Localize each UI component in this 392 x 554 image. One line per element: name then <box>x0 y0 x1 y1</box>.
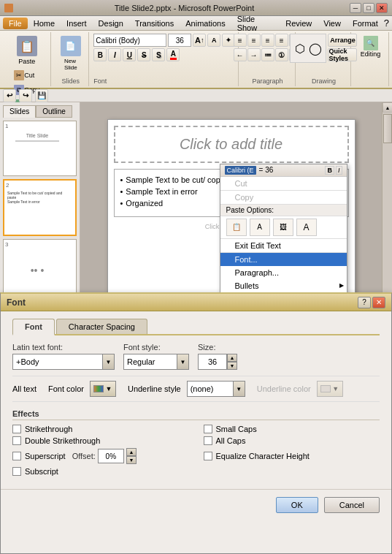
size-down-button[interactable]: ▼ <box>227 362 237 370</box>
latin-font-arrow[interactable]: ▼ <box>102 354 114 369</box>
ctx-numbering[interactable]: Numbering <box>220 292 347 293</box>
ok-button[interactable]: OK <box>276 497 318 513</box>
shadow-button[interactable]: S <box>152 48 165 61</box>
offset-up-button[interactable]: ▲ <box>126 448 137 456</box>
offset-down-button[interactable]: ▼ <box>126 456 137 464</box>
underline-color-button[interactable]: ▼ <box>317 381 343 397</box>
subscript-checkbox[interactable] <box>12 467 21 476</box>
offset-input[interactable] <box>98 449 124 463</box>
paste-button[interactable]: 📋 Paste <box>13 34 41 67</box>
font-style-label: Font style: <box>123 343 189 352</box>
outline-tab[interactable]: Outline <box>36 105 72 118</box>
font-color-button[interactable]: A <box>166 48 180 61</box>
menu-view[interactable]: View <box>318 18 347 29</box>
size-input[interactable] <box>198 354 227 370</box>
all-caps-checkbox[interactable] <box>204 436 212 445</box>
increase-indent-button[interactable]: → <box>247 48 261 61</box>
align-left-button[interactable]: ≡ <box>234 34 247 47</box>
underline-button[interactable]: U <box>123 48 136 61</box>
dialog-close-button[interactable]: ✕ <box>372 297 385 308</box>
italic-button[interactable]: I <box>108 48 121 61</box>
scroll-track[interactable] <box>383 113 392 292</box>
strikethrough-checkbox[interactable] <box>12 425 21 433</box>
decrease-indent-button[interactable]: ← <box>234 48 247 61</box>
font-style-select[interactable]: Regular ▼ <box>123 354 189 370</box>
ctx-bullets[interactable]: Bullets <box>220 279 347 292</box>
dialog-title-text: Font <box>7 297 358 308</box>
justify-button[interactable]: ≡ <box>275 34 288 47</box>
menu-format[interactable]: Format <box>347 18 384 29</box>
effect-superscript: Superscript Offset: ▲ ▼ <box>12 448 189 464</box>
slide-thumb-2[interactable]: 2 Sample Text to be cut/ copied and past… <box>3 179 77 236</box>
dialog-help-button[interactable]: ? <box>358 297 371 308</box>
double-strikethrough-label: Double Strikethrough <box>25 436 100 445</box>
effects-grid: Strikethrough Small Caps Double Striketh… <box>12 425 380 476</box>
size-up-button[interactable]: ▲ <box>227 354 237 362</box>
align-center-button[interactable]: ≡ <box>247 34 261 47</box>
menu-file[interactable]: File <box>3 18 28 29</box>
scroll-up-button[interactable]: ▲ <box>383 102 392 113</box>
title-placeholder[interactable]: Click to add title <box>114 126 349 163</box>
font-name-input[interactable] <box>93 34 166 47</box>
minimize-button[interactable]: ─ <box>350 3 361 13</box>
slide-thumb-3[interactable]: 3 •• • <box>3 239 77 292</box>
underline-style-select[interactable]: (none) ▼ <box>187 381 245 397</box>
undo-button[interactable]: ↩ <box>3 89 16 102</box>
shapes-gallery[interactable]: ⬡ ◯ <box>290 34 326 63</box>
cut-button[interactable]: ✂ Cut <box>12 69 42 82</box>
close-button[interactable]: ✕ <box>376 3 388 13</box>
underline-color-swatch <box>320 385 331 392</box>
ctx-exit-edit[interactable]: Exit Edit Text <box>220 239 347 253</box>
menu-insert[interactable]: Insert <box>61 18 93 29</box>
editing-button[interactable]: 🔍 Editing <box>357 34 385 60</box>
vertical-scrollbar[interactable]: ▲ ▼ <box>382 102 392 292</box>
paste-icon-2[interactable]: A <box>250 219 270 236</box>
ctx-font[interactable]: Font... <box>220 253 347 266</box>
decrease-font-button[interactable]: A <box>207 34 220 47</box>
menu-slideshow[interactable]: Slide Show <box>231 13 280 34</box>
context-bold[interactable]: B <box>325 166 334 175</box>
superscript-checkbox[interactable] <box>12 452 21 460</box>
align-right-button[interactable]: ≡ <box>261 34 274 47</box>
menu-animations[interactable]: Animations <box>180 18 231 29</box>
ctx-paragraph[interactable]: Paragraph... <box>220 266 347 279</box>
menu-transitions[interactable]: Transitions <box>129 18 180 29</box>
new-slide-button[interactable]: 📄 NewSlide <box>57 34 85 73</box>
paste-icon-4[interactable]: A <box>296 219 317 236</box>
all-text-label: All text <box>12 384 36 393</box>
small-caps-checkbox[interactable] <box>204 425 212 433</box>
numbering-button[interactable]: ① <box>275 48 288 61</box>
redo-button[interactable]: ↪ <box>19 89 32 102</box>
menu-home[interactable]: Home <box>28 18 61 29</box>
help-icon[interactable]: ? <box>384 18 389 29</box>
increase-font-button[interactable]: A↑ <box>193 34 206 47</box>
menu-design[interactable]: Design <box>93 18 129 29</box>
slides-tab[interactable]: Slides <box>3 105 36 118</box>
font-color-dropdown[interactable]: ▼ <box>105 385 112 392</box>
latin-font-select-wrapper: +Body ▼ <box>12 354 115 370</box>
tab-font[interactable]: Font <box>12 319 55 335</box>
font-color-button[interactable]: ▼ <box>90 381 116 397</box>
save-button[interactable]: 💾 <box>35 89 48 102</box>
cancel-button[interactable]: Cancel <box>324 497 380 513</box>
paste-icon-1[interactable]: 📋 <box>226 219 247 236</box>
slide-canvas[interactable]: Click to add title • Sample Text to be c… <box>107 119 356 293</box>
paste-icon-3[interactable]: 🖼 <box>273 219 293 236</box>
underline-style-arrow[interactable]: ▼ <box>233 382 245 396</box>
restore-button[interactable]: □ <box>363 3 374 13</box>
bold-button[interactable]: B <box>93 48 107 61</box>
context-italic[interactable]: I <box>336 166 342 175</box>
underline-color-dropdown[interactable]: ▼ <box>332 385 339 392</box>
slide-thumb-1[interactable]: 1 Title Slide <box>3 121 77 176</box>
menu-review[interactable]: Review <box>280 18 318 29</box>
double-strikethrough-checkbox[interactable] <box>12 436 21 445</box>
tab-character-spacing[interactable]: Character Spacing <box>56 319 147 334</box>
scroll-thumb[interactable] <box>383 114 392 143</box>
bullets-button[interactable]: ≔ <box>261 48 274 61</box>
equalize-checkbox[interactable] <box>204 452 212 460</box>
font-size-input[interactable] <box>168 34 191 47</box>
font-color-label: Font color <box>48 384 84 393</box>
font-style-arrow[interactable]: ▼ <box>177 354 188 369</box>
strikethrough-button[interactable]: S <box>137 48 150 61</box>
latin-font-select[interactable]: +Body ▼ <box>12 354 115 370</box>
